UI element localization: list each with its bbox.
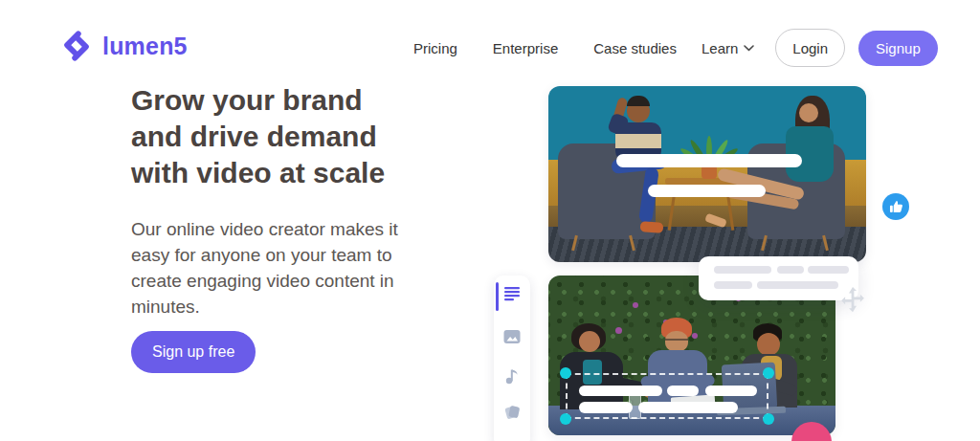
page-title: Grow your brand and drive demand with vi… [131,82,437,191]
music-icon[interactable] [503,367,521,385]
move-icon[interactable] [838,285,867,314]
brand-name: lumen5 [102,33,188,60]
active-tool-indicator [496,282,499,311]
nav-item-learn-label[interactable]: Learn [702,40,738,56]
flower-dot [692,333,698,339]
page-title-line: and drive demand [131,119,437,155]
text-placeholder-bar[interactable] [705,386,757,396]
caption-pill [714,281,752,289]
scenes-icon[interactable] [503,404,521,421]
plant-pot [702,166,717,179]
selection-handle-top-right[interactable] [763,367,774,379]
nav-item-pricing[interactable]: Pricing [413,40,457,56]
editor-toolbar [494,276,530,441]
person-shoe [640,221,664,233]
main-nav: Pricing Enterprise Case studies Learn Lo… [413,27,938,69]
person-head [757,333,780,356]
selection-handle-bottom-right[interactable] [763,413,774,425]
flower-dot [615,327,622,334]
image-icon[interactable] [503,328,521,345]
login-button[interactable]: Login [775,29,845,67]
thumbs-up-badge[interactable] [882,193,909,220]
person-head [665,331,688,352]
text-placeholder-bar[interactable] [667,386,699,396]
caption-pill [777,266,804,274]
text-placeholder-bar[interactable] [579,402,633,413]
chevron-down-icon [744,45,754,52]
caption-pill [714,266,771,274]
text-placeholder-bar[interactable] [638,402,738,413]
person-head [799,103,818,122]
nav-item-enterprise[interactable]: Enterprise [493,40,558,56]
selection-handle-bottom-left[interactable] [560,413,571,425]
selection-handle-top-left[interactable] [560,367,571,379]
nav-item-case-studies[interactable]: Case studies [593,40,677,56]
text-placeholder-bar[interactable] [648,185,766,197]
hero-description: Our online video creator makes it easy f… [131,216,418,320]
caption-placeholder-card[interactable] [699,256,858,300]
lumen5-logo-icon [59,29,94,63]
signup-free-button[interactable]: Sign up free [131,331,256,373]
caption-pill [808,266,849,274]
page-title-line: Grow your brand [131,82,437,119]
brand-logo[interactable]: lumen5 [59,29,188,63]
thumbs-up-icon [889,200,903,213]
text-icon[interactable] [503,285,521,302]
page-title-line: with video at scale [131,155,437,191]
person-head [579,331,600,352]
signup-button[interactable]: Signup [858,31,938,66]
nav-item-learn[interactable]: Learn [702,40,754,56]
text-placeholder-bar[interactable] [579,386,662,396]
top-media-card [548,86,866,262]
person-glasses [665,339,688,341]
caption-pill [757,281,838,289]
flower-dot [633,302,638,308]
text-placeholder-bar[interactable] [616,154,802,167]
